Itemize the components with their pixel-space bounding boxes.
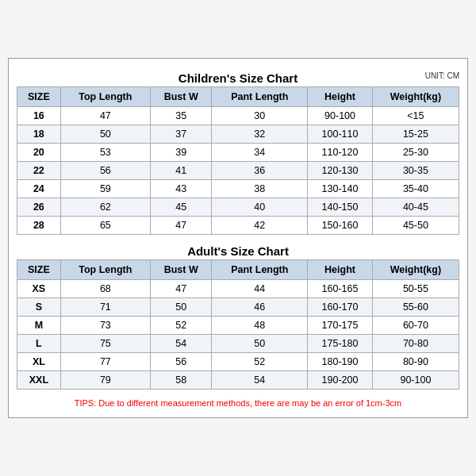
table-row: M735248170-17560-70 [17,317,459,335]
children-table: SIZE Top Length Bust W Pant Length Heigh… [17,86,459,235]
table-cell: 15-25 [372,125,459,144]
table-cell: 50 [212,335,308,353]
table-row: 26624540140-15040-45 [17,198,459,217]
table-cell: 54 [212,371,308,390]
table-cell: 20 [17,144,61,162]
adult-title-text: Adult's Size Chart [187,244,289,258]
table-row: 20533934110-12025-30 [17,144,459,162]
table-cell: 52 [212,353,308,371]
adult-header-top-length: Top Length [60,260,150,280]
table-cell: 68 [60,280,150,298]
table-cell: XS [17,280,61,298]
table-cell: 170-175 [308,317,373,335]
table-cell: 25-30 [372,144,459,162]
table-cell: 120-130 [308,162,373,180]
table-cell: 52 [150,317,211,335]
table-cell: 100-110 [308,125,373,144]
table-cell: 59 [60,180,150,198]
table-cell: S [17,298,61,317]
adult-title: Adult's Size Chart [17,240,459,259]
table-cell: 180-190 [308,353,373,371]
table-cell: 16 [17,107,61,125]
table-cell: 73 [60,317,150,335]
table-cell: 37 [150,125,211,144]
table-row: XXL795854190-20090-100 [17,371,459,390]
table-cell: 41 [150,162,211,180]
table-cell: L [17,335,61,353]
table-cell: 56 [150,353,211,371]
table-cell: 110-120 [308,144,373,162]
table-row: XL775652180-19080-90 [17,353,459,371]
table-cell: 140-150 [308,198,373,217]
children-header-row: SIZE Top Length Bust W Pant Length Heigh… [17,87,459,107]
table-cell: 47 [150,280,211,298]
adult-header-size: SIZE [17,260,61,280]
table-cell: 65 [60,217,150,235]
table-cell: 50 [60,125,150,144]
table-cell: 58 [150,371,211,390]
table-cell: 18 [17,125,61,144]
table-row: XS684744160-16550-55 [17,280,459,298]
table-cell: 71 [60,298,150,317]
adult-header-row: SIZE Top Length Bust W Pant Length Heigh… [17,260,459,280]
table-cell: 47 [150,217,211,235]
header-weight: Weight(kg) [372,87,459,107]
adult-header-bust-w: Bust W [150,260,211,280]
table-cell: 53 [60,144,150,162]
table-cell: 30-35 [372,162,459,180]
table-cell: 38 [212,180,308,198]
table-cell: 80-90 [372,353,459,371]
header-size: SIZE [17,87,61,107]
table-cell: 42 [212,217,308,235]
table-cell: <15 [372,107,459,125]
table-cell: 90-100 [372,371,459,390]
table-cell: 79 [60,371,150,390]
table-cell: XL [17,353,61,371]
table-cell: 130-140 [308,180,373,198]
table-cell: 24 [17,180,61,198]
adult-header-height: Height [308,260,373,280]
table-cell: 160-165 [308,280,373,298]
table-row: 18503732100-11015-25 [17,125,459,144]
table-cell: 28 [17,217,61,235]
table-cell: 48 [212,317,308,335]
table-cell: 35 [150,107,211,125]
table-cell: 34 [212,144,308,162]
table-cell: 56 [60,162,150,180]
table-cell: 30 [212,107,308,125]
table-cell: M [17,317,61,335]
table-row: 24594338130-14035-40 [17,180,459,198]
table-cell: 75 [60,335,150,353]
table-cell: 175-180 [308,335,373,353]
table-cell: 44 [212,280,308,298]
table-row: 1647353090-100<15 [17,107,459,125]
table-cell: 39 [150,144,211,162]
table-cell: 43 [150,180,211,198]
size-chart-container: Children's Size Chart UNIT: CM SIZE Top … [8,58,468,418]
children-title-text: Children's Size Chart [178,71,298,85]
table-cell: 36 [212,162,308,180]
table-cell: 60-70 [372,317,459,335]
tips-text: TIPS: Due to different measurement metho… [17,394,459,409]
table-cell: 55-60 [372,298,459,317]
table-cell: 46 [212,298,308,317]
table-row: S715046160-17055-60 [17,298,459,317]
children-title: Children's Size Chart UNIT: CM [17,67,459,86]
table-cell: 150-160 [308,217,373,235]
unit-label: UNIT: CM [425,71,459,80]
table-cell: 54 [150,335,211,353]
adult-header-pant-length: Pant Length [212,260,308,280]
adult-table: SIZE Top Length Bust W Pant Length Heigh… [17,259,459,390]
table-row: 22564136120-13030-35 [17,162,459,180]
table-cell: XXL [17,371,61,390]
table-cell: 50 [150,298,211,317]
table-cell: 62 [60,198,150,217]
table-cell: 45 [150,198,211,217]
table-cell: 22 [17,162,61,180]
header-top-length: Top Length [60,87,150,107]
table-cell: 40 [212,198,308,217]
table-cell: 32 [212,125,308,144]
table-cell: 190-200 [308,371,373,390]
header-pant-length: Pant Length [212,87,308,107]
table-row: L755450175-18070-80 [17,335,459,353]
